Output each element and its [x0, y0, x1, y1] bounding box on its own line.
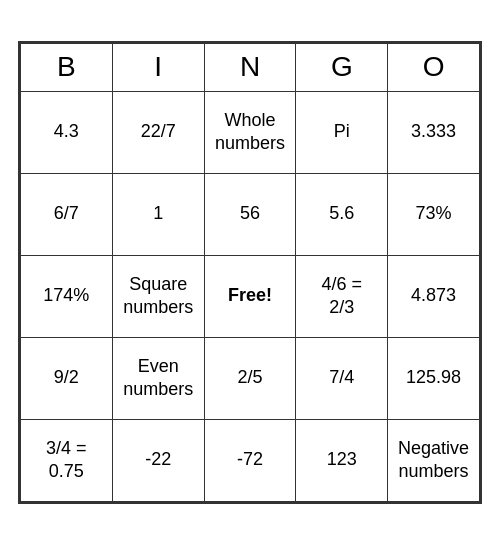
bingo-cell-r1c2: 22/7: [112, 91, 204, 173]
bingo-cell-r1c1: 4.3: [21, 91, 113, 173]
header-cell-g: G: [296, 43, 388, 91]
bingo-cell-r4c5: 125.98: [388, 337, 480, 419]
table-row: 6/71565.673%: [21, 173, 480, 255]
header-row: BINGO: [21, 43, 480, 91]
bingo-cell-r2c4: 5.6: [296, 173, 388, 255]
table-row: 3/4 =0.75-22-72123Negativenumbers: [21, 419, 480, 501]
bingo-cell-r5c3: -72: [204, 419, 296, 501]
header-cell-o: O: [388, 43, 480, 91]
bingo-cell-r5c2: -22: [112, 419, 204, 501]
table-row: 4.322/7WholenumbersPi3.333: [21, 91, 480, 173]
bingo-cell-r3c5: 4.873: [388, 255, 480, 337]
bingo-cell-r4c1: 9/2: [21, 337, 113, 419]
bingo-cell-r4c3: 2/5: [204, 337, 296, 419]
header-cell-i: I: [112, 43, 204, 91]
bingo-cell-r5c1: 3/4 =0.75: [21, 419, 113, 501]
table-row: 9/2Evennumbers2/57/4125.98: [21, 337, 480, 419]
bingo-cell-r4c2: Evennumbers: [112, 337, 204, 419]
header-cell-n: N: [204, 43, 296, 91]
bingo-cell-r5c5: Negativenumbers: [388, 419, 480, 501]
bingo-card: BINGO 4.322/7WholenumbersPi3.3336/71565.…: [18, 41, 482, 504]
table-row: 174%SquarenumbersFree!4/6 =2/34.873: [21, 255, 480, 337]
bingo-cell-r4c4: 7/4: [296, 337, 388, 419]
bingo-cell-r2c2: 1: [112, 173, 204, 255]
bingo-cell-r3c4: 4/6 =2/3: [296, 255, 388, 337]
bingo-cell-r2c5: 73%: [388, 173, 480, 255]
bingo-cell-r1c5: 3.333: [388, 91, 480, 173]
bingo-cell-r2c1: 6/7: [21, 173, 113, 255]
bingo-cell-r1c4: Pi: [296, 91, 388, 173]
bingo-cell-r3c3: Free!: [204, 255, 296, 337]
bingo-cell-r5c4: 123: [296, 419, 388, 501]
bingo-table: BINGO 4.322/7WholenumbersPi3.3336/71565.…: [20, 43, 480, 502]
header-cell-b: B: [21, 43, 113, 91]
bingo-cell-r3c1: 174%: [21, 255, 113, 337]
bingo-cell-r2c3: 56: [204, 173, 296, 255]
bingo-cell-r1c3: Wholenumbers: [204, 91, 296, 173]
bingo-cell-r3c2: Squarenumbers: [112, 255, 204, 337]
